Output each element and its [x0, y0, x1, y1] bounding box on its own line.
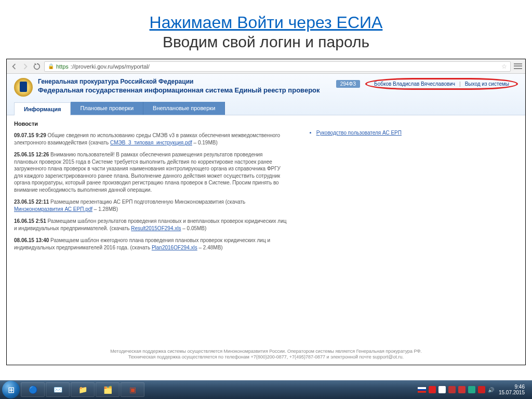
logout-link[interactable]: Выход из системы: [465, 81, 509, 87]
news-link[interactable]: СМЭВ_3_типовая_инструкция.pdf: [110, 140, 192, 145]
bookmark-star-icon[interactable]: ☆: [501, 63, 507, 70]
news-item: 16.06.15 2:51 Размещаем шаблон результат…: [14, 218, 287, 232]
news-date: 16.06.15 2:51: [14, 218, 46, 224]
page-content: Генеральная прокуратура Российской Федер…: [7, 74, 525, 365]
tray-icon[interactable]: [458, 386, 466, 393]
start-button[interactable]: ⊞: [2, 381, 20, 398]
volume-icon[interactable]: 🔊: [488, 387, 494, 393]
system-tray: 🔊 9:46 15.07.2015: [418, 384, 530, 395]
clock[interactable]: 9:46 15.07.2015: [497, 384, 527, 395]
tray-icon[interactable]: [448, 386, 456, 393]
news-date: 08.06.15 13:40: [14, 237, 49, 243]
reload-button[interactable]: [33, 62, 41, 71]
news-heading: Новости: [14, 121, 287, 127]
url-https: https: [56, 63, 69, 70]
clock-date: 15.07.2015: [499, 390, 525, 395]
slide-title-line1: Нажимаем Войти через ЕСИА: [10, 13, 522, 32]
news-item: 25.06.15 12:26 Вниманию пользователей! В…: [14, 151, 287, 193]
news-date: 09.07.15 9:29: [14, 132, 46, 138]
user-area-highlight: Бобков Владислав Вячеславович | Выход из…: [365, 78, 518, 90]
back-button[interactable]: [10, 62, 18, 71]
news-link[interactable]: Минэкономразвития АС ЕРП.pdf: [14, 206, 92, 212]
tab-planned[interactable]: Плановые проверки: [71, 102, 143, 115]
guide-link[interactable]: Руководство пользователя АС ЕРП: [316, 130, 402, 136]
news-item: 08.06.15 13:40 Размещаем шаблон ежегодно…: [14, 237, 287, 251]
taskbar-app-chrome[interactable]: 🔵: [21, 382, 45, 397]
news-date: 23.06.15 22:11: [14, 199, 49, 205]
tray-icon[interactable]: [429, 386, 436, 393]
news-link[interactable]: Plan2016OF294.xls: [152, 245, 197, 250]
url-rest: ://proverki.gov.ru/wps/myportal/: [71, 63, 150, 70]
news-link[interactable]: Result2015OF294.xls: [131, 225, 181, 231]
separator: |: [459, 81, 461, 87]
logo-icon: [14, 78, 33, 97]
news-list: 09.07.15 9:29 Общие сведения по использо…: [14, 132, 287, 251]
lock-icon: 🔒: [48, 63, 54, 69]
page-footer: Методическая поддержка системы осуществл…: [7, 349, 525, 361]
taskbar: ⊞ 🔵 ✉️ 📁 🗂️ ▣ 🔊 9:46 15.07.2015: [0, 380, 532, 399]
browser-window: 🔒 https://proverki.gov.ru/wps/myportal/ …: [6, 59, 526, 365]
tabs: Информация Плановые проверки Внеплановые…: [14, 102, 518, 115]
forward-button[interactable]: [21, 62, 30, 71]
news-date: 25.06.15 12:26: [14, 152, 49, 157]
tray-icon[interactable]: [478, 386, 485, 393]
clock-time: 9:46: [499, 384, 525, 390]
footer-line1: Методическая поддержка системы осуществл…: [7, 349, 525, 355]
footer-line2: Техническая поддержка осуществляется по …: [7, 354, 525, 361]
taskbar-app-outlook[interactable]: ✉️: [46, 382, 70, 397]
taskbar-app-powerpoint[interactable]: ▣: [121, 382, 144, 397]
news-item: 23.06.15 22:11 Размещаем презентацию АС …: [14, 198, 287, 212]
tab-unplanned[interactable]: Внеплановые проверки: [143, 102, 225, 115]
slide-title-line2: Вводим свой логин и пароль: [10, 33, 522, 51]
tab-information[interactable]: Информация: [14, 102, 71, 115]
side-column: Руководство пользователя АС ЕРП: [308, 121, 518, 256]
badge-294fz[interactable]: 294ФЗ: [336, 80, 360, 88]
address-bar[interactable]: 🔒 https://proverki.gov.ru/wps/myportal/ …: [44, 61, 511, 72]
tray-icon[interactable]: [468, 386, 475, 393]
browser-toolbar: 🔒 https://proverki.gov.ru/wps/myportal/ …: [7, 59, 525, 74]
news-column: Новости 09.07.15 9:29 Общие сведения по …: [14, 121, 287, 256]
language-icon[interactable]: [418, 387, 426, 393]
content-area: Новости 09.07.15 9:29 Общие сведения по …: [7, 115, 525, 261]
news-item: 09.07.15 9:29 Общие сведения по использо…: [14, 132, 287, 146]
header-right: 294ФЗ Бобков Владислав Вячеславович | Вы…: [336, 78, 518, 90]
slide-title: Нажимаем Войти через ЕСИА Вводим свой ло…: [0, 0, 532, 59]
user-name[interactable]: Бобков Владислав Вячеславович: [374, 81, 455, 87]
menu-icon[interactable]: [514, 63, 522, 70]
taskbar-app-folder[interactable]: 🗂️: [96, 382, 119, 397]
tray-icon[interactable]: [438, 386, 446, 393]
taskbar-app-explorer[interactable]: 📁: [71, 382, 95, 397]
site-header: Генеральная прокуратура Российской Федер…: [7, 74, 525, 115]
